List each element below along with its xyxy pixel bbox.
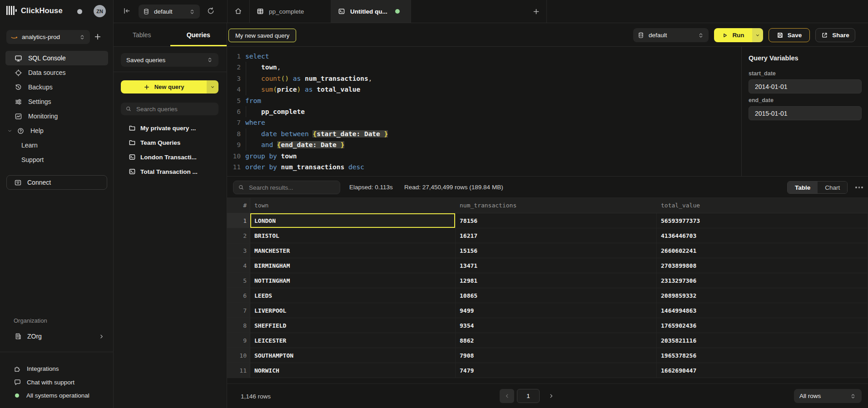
table-cell[interactable]: 2703899808 <box>657 258 868 273</box>
table-cell[interactable]: 8862 <box>456 333 657 348</box>
sidebar-item-help[interactable]: Help <box>5 123 108 138</box>
system-status-link[interactable]: All systems operational <box>5 388 108 402</box>
sidebar-item-sql-console[interactable]: SQL Console <box>5 51 108 65</box>
chevron-updown-icon <box>189 9 195 15</box>
run-options-button[interactable] <box>752 28 763 42</box>
table-cell[interactable]: SHEFFIELD <box>250 318 456 333</box>
table-cell[interactable]: 1464994863 <box>657 303 868 318</box>
code-line[interactable]: 5from <box>227 95 741 106</box>
table-cell[interactable]: 78156 <box>456 213 657 228</box>
table-cell[interactable]: 2089859332 <box>657 288 868 303</box>
code-line[interactable]: 1select <box>227 51 741 62</box>
home-tab-button[interactable] <box>234 7 242 16</box>
table-cell[interactable]: LIVERPOOL <box>250 303 456 318</box>
column-header-num-transactions[interactable]: num_transactions <box>456 198 657 213</box>
table-cell[interactable]: LEEDS <box>250 288 456 303</box>
sidebar-item-backups[interactable]: Backups <box>5 80 108 94</box>
sidebar-item-settings[interactable]: Settings <box>5 94 108 109</box>
table-cell[interactable]: 7908 <box>456 348 657 363</box>
search-queries-input[interactable] <box>135 105 214 113</box>
connect-button[interactable]: Connect <box>6 175 107 190</box>
user-avatar[interactable]: ZN <box>94 5 106 17</box>
table-cell[interactable]: 10865 <box>456 288 657 303</box>
code-line[interactable]: 9 and {end_date: Date } <box>227 139 741 150</box>
next-page-button[interactable] <box>545 389 557 403</box>
saved-query-tab[interactable]: My new saved query <box>228 29 296 42</box>
search-results-input[interactable] <box>248 184 335 192</box>
table-cell[interactable]: 2660602241 <box>657 243 868 258</box>
table-cell[interactable]: BRISTOL <box>250 228 456 243</box>
table-cell[interactable]: LONDON <box>250 213 456 228</box>
code-line[interactable]: 8 date between {start_date: Date } <box>227 128 741 139</box>
run-button[interactable]: Run <box>714 28 752 42</box>
editor-database-selector[interactable]: default <box>633 28 709 42</box>
tab-queries[interactable]: Queries <box>170 23 227 47</box>
end-date-input[interactable] <box>749 106 862 120</box>
table-view-button[interactable]: Table <box>788 182 818 193</box>
code-line[interactable]: 6 pp_complete <box>227 106 741 117</box>
previous-page-button[interactable] <box>500 389 514 403</box>
share-button[interactable]: Share <box>815 28 855 42</box>
column-header-total-value[interactable]: total_value <box>657 198 868 213</box>
start-date-input[interactable] <box>749 79 862 93</box>
sidebar-item-learn[interactable]: Learn <box>5 138 108 152</box>
sidebar-item-monitoring[interactable]: Monitoring <box>5 109 108 123</box>
table-cell[interactable]: 7479 <box>456 363 657 378</box>
more-options-icon[interactable] <box>855 181 863 194</box>
topbar-database-selector[interactable]: default <box>139 5 200 19</box>
service-selector[interactable]: analytics-prod <box>6 30 90 44</box>
collapse-sidebar-button[interactable] <box>123 7 131 16</box>
save-button[interactable]: Save <box>769 28 810 42</box>
chart-view-button[interactable]: Chart <box>818 182 847 193</box>
refresh-button[interactable] <box>207 7 215 16</box>
sidebar-item-support[interactable]: Support <box>5 152 108 167</box>
table-cell[interactable]: 16217 <box>456 228 657 243</box>
notification-dot[interactable] <box>77 9 82 14</box>
tab-pp-complete[interactable]: pp_complete <box>249 0 330 23</box>
table-cell[interactable]: NORWICH <box>250 363 456 378</box>
table-cell[interactable]: 1765902436 <box>657 318 868 333</box>
code-line[interactable]: 2 town, <box>227 62 741 73</box>
page-size-selector[interactable]: All rows <box>794 389 862 403</box>
organization-selector[interactable]: ZOrg <box>5 329 108 343</box>
code-line[interactable]: 7where <box>227 117 741 128</box>
table-cell[interactable]: 2313297306 <box>657 273 868 288</box>
new-query-button[interactable]: New query <box>121 80 207 93</box>
chat-with-support-link[interactable]: Chat with support <box>5 375 108 389</box>
code-line[interactable]: 3 count() as num_transactions, <box>227 73 741 84</box>
tab-untitled-query[interactable]: Untitled qu... <box>331 0 411 23</box>
new-tab-button[interactable] <box>532 8 540 17</box>
table-cell[interactable]: 9354 <box>456 318 657 333</box>
query-list-item[interactable]: London Transacti... <box>114 150 227 164</box>
query-list-item[interactable]: My private query ... <box>114 121 227 135</box>
query-filter-selector[interactable]: Saved queries <box>121 53 218 67</box>
table-cell[interactable]: 1965378256 <box>657 348 868 363</box>
table-cell[interactable]: 9499 <box>456 303 657 318</box>
query-list-item[interactable]: Total Transaction ... <box>114 164 227 179</box>
table-cell[interactable]: BIRMINGHAM <box>250 258 456 273</box>
new-query-options-button[interactable] <box>207 80 218 93</box>
table-cell[interactable]: MANCHESTER <box>250 243 456 258</box>
table-cell[interactable]: 13471 <box>456 258 657 273</box>
results-table-header: # town num_transactions total_value <box>227 198 868 213</box>
code-line[interactable]: 4 sum(price) as total_value <box>227 84 741 95</box>
tab-tables[interactable]: Tables <box>114 23 170 47</box>
sidebar-item-data-sources[interactable]: Data sources <box>5 65 108 80</box>
integrations-link[interactable]: Integrations <box>5 362 108 375</box>
table-cell[interactable]: 15156 <box>456 243 657 258</box>
table-cell[interactable]: 12981 <box>456 273 657 288</box>
add-service-button[interactable] <box>94 33 102 42</box>
page-number-input[interactable] <box>517 389 540 403</box>
table-cell[interactable]: 56593977373 <box>657 213 868 228</box>
code-line[interactable]: 11order by num_transactions desc <box>227 162 741 172</box>
table-cell[interactable]: NOTTINGHAM <box>250 273 456 288</box>
table-cell[interactable]: 2035821116 <box>657 333 868 348</box>
table-cell[interactable]: 4136446703 <box>657 228 868 243</box>
code-line[interactable]: 10group by town <box>227 151 741 162</box>
table-cell[interactable]: SOUTHAMPTON <box>250 348 456 363</box>
query-list-item[interactable]: Team Queries <box>114 135 227 150</box>
table-cell[interactable]: 1662690447 <box>657 363 868 378</box>
column-header-town[interactable]: town <box>250 198 456 213</box>
table-cell[interactable]: LEICESTER <box>250 333 456 348</box>
sql-editor[interactable]: 1select2 town,3 count() as num_transacti… <box>227 47 741 176</box>
